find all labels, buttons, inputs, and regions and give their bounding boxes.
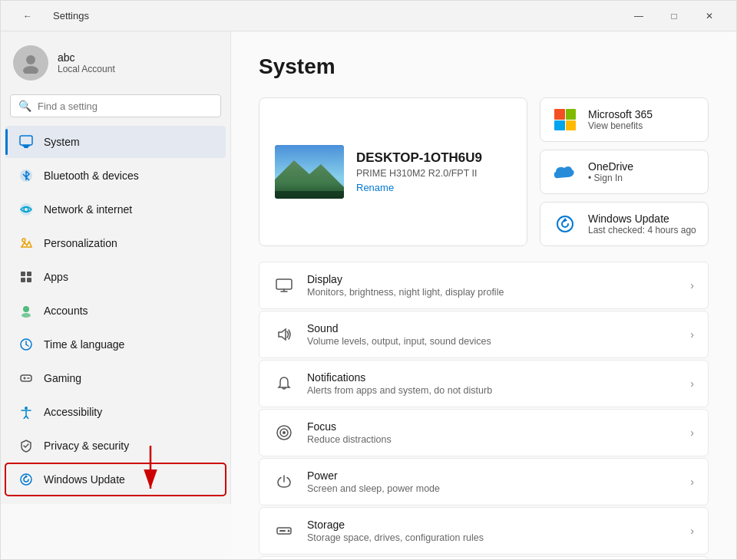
device-card: DESKTOP-1OTH6U9 PRIME H310M2 R2.0/FPT II… bbox=[259, 97, 527, 246]
search-box[interactable]: 🔍 bbox=[10, 94, 221, 117]
sidebar: abc Local Account 🔍 bbox=[1, 31, 231, 504]
nav-item-time[interactable]: Time & language bbox=[5, 328, 226, 361]
nav-item-gaming[interactable]: Gaming bbox=[5, 362, 226, 394]
user-account-type: Local Account bbox=[58, 64, 115, 74]
svg-point-3 bbox=[23, 66, 38, 74]
svg-rect-4 bbox=[20, 136, 32, 145]
titlebar: ← Settings — □ ✕ bbox=[1, 1, 736, 31]
svg-point-31 bbox=[288, 530, 290, 532]
settings-item-display[interactable]: Display Monitors, brightness, night ligh… bbox=[259, 262, 709, 309]
wu-icon bbox=[551, 210, 579, 238]
close-button[interactable]: ✕ bbox=[692, 4, 727, 28]
user-name: abc bbox=[58, 51, 115, 64]
svg-point-16 bbox=[21, 313, 31, 318]
time-icon bbox=[18, 336, 35, 353]
content-area: abc Local Account 🔍 bbox=[1, 31, 736, 559]
settings-item-power[interactable]: Power Screen and sleep, power mode › bbox=[259, 458, 709, 506]
settings-item-sound[interactable]: Sound Volume levels, output, input, soun… bbox=[259, 311, 709, 358]
svg-rect-14 bbox=[27, 278, 31, 282]
settings-list: Display Monitors, brightness, night ligh… bbox=[259, 262, 709, 559]
settings-item-focus[interactable]: Focus Reduce distractions › bbox=[259, 409, 709, 456]
svg-point-19 bbox=[25, 407, 28, 410]
settings-window: ← Settings — □ ✕ bbox=[0, 0, 737, 560]
ms365-icon bbox=[551, 106, 579, 133]
nav-item-personalization[interactable]: Personalization bbox=[5, 227, 226, 259]
search-input[interactable] bbox=[38, 100, 213, 112]
nav-item-network[interactable]: Network & internet bbox=[5, 193, 226, 226]
focus-chevron: › bbox=[690, 427, 694, 439]
display-text: Display Monitors, brightness, night ligh… bbox=[307, 273, 678, 298]
gaming-label: Gaming bbox=[44, 372, 81, 384]
settings-item-storage[interactable]: Storage Storage space, drives, configura… bbox=[259, 507, 709, 555]
accounts-label: Accounts bbox=[44, 305, 88, 317]
display-chevron: › bbox=[690, 279, 694, 292]
titlebar-title: Settings bbox=[53, 10, 89, 21]
titlebar-controls: — □ ✕ bbox=[621, 4, 727, 28]
privacy-icon bbox=[18, 437, 35, 454]
nav-item-accessibility[interactable]: Accessibility bbox=[5, 396, 226, 428]
device-rename[interactable]: Rename bbox=[356, 182, 482, 193]
ms365-card[interactable]: Microsoft 365 View benefits bbox=[540, 97, 709, 142]
display-icon bbox=[273, 275, 295, 296]
back-button[interactable]: ← bbox=[10, 4, 45, 28]
maximize-button[interactable]: □ bbox=[656, 4, 692, 28]
search-icon: 🔍 bbox=[18, 100, 31, 112]
sound-chevron: › bbox=[690, 328, 694, 341]
svg-rect-11 bbox=[21, 272, 25, 276]
windows-update-card[interactable]: Windows Update Last checked: 4 hours ago bbox=[540, 202, 709, 246]
network-label: Network & internet bbox=[44, 203, 132, 216]
settings-item-nearby-sharing[interactable]: Nearby sharing Discoverability, received… bbox=[259, 556, 709, 559]
svg-rect-13 bbox=[21, 278, 25, 282]
focus-label: Focus bbox=[307, 420, 678, 433]
nav-item-apps[interactable]: Apps bbox=[5, 261, 226, 293]
minimize-button[interactable]: — bbox=[621, 4, 656, 28]
ms365-text: Microsoft 365 View benefits bbox=[588, 108, 653, 131]
onedrive-subtitle: • Sign In bbox=[588, 173, 633, 183]
onedrive-card[interactable]: OneDrive • Sign In bbox=[540, 150, 709, 194]
notifications-text: Notifications Alerts from apps and syste… bbox=[307, 371, 678, 396]
nav-item-bluetooth[interactable]: Bluetooth & devices bbox=[5, 160, 226, 192]
nav-item-accounts[interactable]: Accounts bbox=[5, 295, 226, 327]
focus-desc: Reduce distractions bbox=[307, 434, 678, 445]
nav-item-privacy[interactable]: Privacy & security bbox=[5, 430, 226, 462]
svg-rect-6 bbox=[22, 145, 30, 147]
svg-rect-30 bbox=[279, 530, 286, 532]
ms365-subtitle: View benefits bbox=[588, 120, 653, 131]
notifications-label: Notifications bbox=[307, 371, 678, 384]
storage-icon bbox=[273, 520, 295, 542]
wu-text: Windows Update Last checked: 4 hours ago bbox=[588, 212, 696, 236]
user-section[interactable]: abc Local Account bbox=[1, 31, 230, 91]
personalization-label: Personalization bbox=[44, 237, 117, 249]
wu-subtitle: Last checked: 4 hours ago bbox=[588, 225, 696, 236]
focus-text: Focus Reduce distractions bbox=[307, 420, 678, 445]
network-icon bbox=[18, 201, 35, 218]
power-desc: Screen and sleep, power mode bbox=[307, 483, 678, 494]
settings-item-notifications[interactable]: Notifications Alerts from apps and syste… bbox=[259, 360, 709, 407]
notifications-desc: Alerts from apps and system, do not dist… bbox=[307, 385, 678, 396]
onedrive-title: OneDrive bbox=[588, 160, 633, 173]
personalization-icon bbox=[18, 235, 35, 252]
titlebar-left: ← Settings bbox=[10, 4, 89, 28]
svg-point-28 bbox=[283, 431, 286, 434]
device-image bbox=[275, 145, 344, 199]
svg-point-8 bbox=[20, 203, 32, 216]
notifications-icon bbox=[273, 373, 295, 394]
avatar bbox=[13, 45, 48, 81]
device-model: PRIME H310M2 R2.0/FPT II bbox=[356, 168, 482, 179]
side-cards: Microsoft 365 View benefits OneDrive bbox=[540, 97, 709, 246]
storage-text: Storage Storage space, drives, configura… bbox=[307, 519, 678, 543]
info-cards: DESKTOP-1OTH6U9 PRIME H310M2 R2.0/FPT II… bbox=[259, 97, 709, 246]
ms365-title: Microsoft 365 bbox=[588, 108, 653, 120]
nav-item-windows-update[interactable]: Windows Update bbox=[5, 463, 226, 496]
svg-point-2 bbox=[26, 55, 35, 64]
svg-rect-5 bbox=[24, 147, 28, 148]
sound-label: Sound bbox=[307, 322, 678, 334]
svg-point-10 bbox=[22, 239, 25, 242]
time-label: Time & language bbox=[44, 338, 124, 351]
display-desc: Monitors, brightness, night light, displ… bbox=[307, 287, 678, 298]
sound-text: Sound Volume levels, output, input, soun… bbox=[307, 322, 678, 347]
windows-update-label: Windows Update bbox=[44, 473, 125, 486]
storage-label: Storage bbox=[307, 519, 678, 531]
storage-desc: Storage space, drives, configuration rul… bbox=[307, 532, 678, 543]
nav-item-system[interactable]: System bbox=[5, 126, 226, 158]
